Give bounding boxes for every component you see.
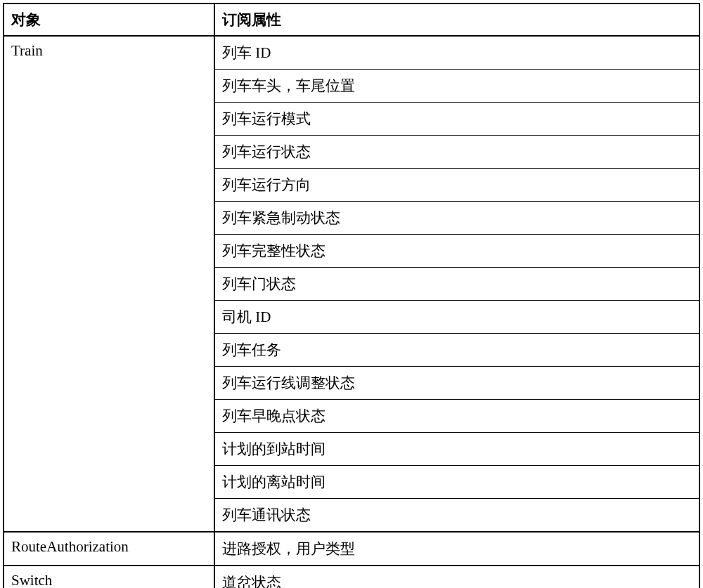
attr-cell: 列车车头，车尾位置 (215, 70, 699, 103)
attrs-train: 列车 ID 列车车头，车尾位置 列车运行模式 列车运行状态 列车运行方向 列车紧… (215, 37, 699, 531)
header-object: 对象 (4, 4, 215, 35)
attr-cell: 计划的到站时间 (215, 433, 699, 466)
row-train: Train 列车 ID 列车车头，车尾位置 列车运行模式 列车运行状态 列车运行… (4, 37, 699, 533)
attr-cell: 计划的离站时间 (215, 466, 699, 499)
attr-cell: 列车运行模式 (215, 103, 699, 136)
attr-cell: 列车运行状态 (215, 136, 699, 169)
object-switch: Switch (4, 566, 215, 588)
attr-cell: 列车运行线调整状态 (215, 367, 699, 400)
attr-cell: 司机 ID (215, 301, 699, 334)
subscription-attributes-table: 对象 订阅属性 Train 列车 ID 列车车头，车尾位置 列车运行模式 列车运… (3, 3, 700, 588)
object-routeauthorization: RouteAuthorization (4, 533, 215, 565)
object-train: Train (4, 37, 215, 531)
attr-cell: 列车 ID (215, 37, 699, 70)
row-switch: Switch 道岔状态 (4, 566, 699, 588)
row-routeauthorization: RouteAuthorization 进路授权，用户类型 (4, 533, 699, 566)
attr-cell: 列车通讯状态 (215, 499, 699, 531)
attr-cell: 列车完整性状态 (215, 235, 699, 268)
attr-cell: 列车运行方向 (215, 169, 699, 202)
attr-cell: 列车早晚点状态 (215, 400, 699, 433)
attr-switch: 道岔状态 (215, 566, 699, 588)
header-attribute: 订阅属性 (215, 4, 699, 35)
table-header-row: 对象 订阅属性 (4, 4, 699, 37)
attr-cell: 列车门状态 (215, 268, 699, 301)
attr-cell: 列车任务 (215, 334, 699, 367)
attr-cell: 列车紧急制动状态 (215, 202, 699, 235)
attr-routeauthorization: 进路授权，用户类型 (215, 533, 699, 565)
